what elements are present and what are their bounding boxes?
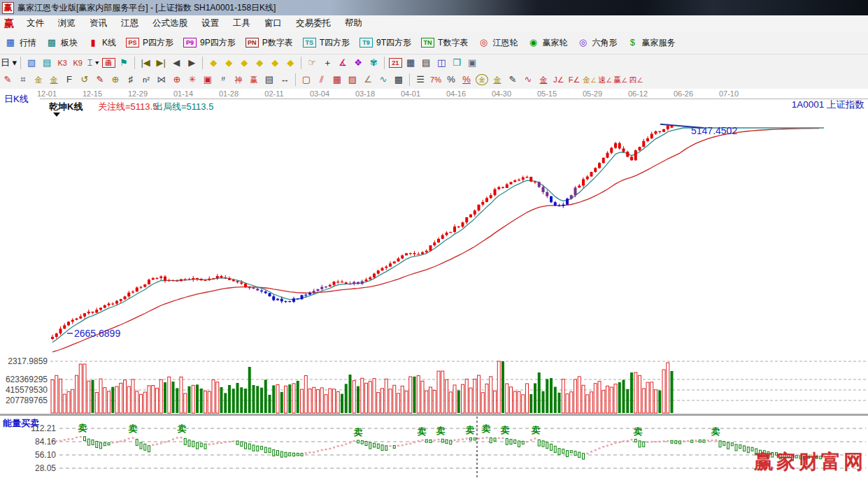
pen-red-button[interactable]: ✎ — [1, 73, 15, 87]
percent-button[interactable]: % — [444, 73, 458, 87]
t-number-table-button[interactable]: TNT数字表 — [416, 36, 473, 50]
step-forward-button[interactable]: ▶ — [185, 56, 199, 70]
kline-small-3-button[interactable]: K3 — [55, 56, 69, 70]
menu-交易委托[interactable]: 交易委托 — [289, 15, 338, 31]
target-red-button[interactable]: ⊕ — [170, 73, 184, 87]
m-lines-button[interactable]: 〃 — [216, 73, 230, 87]
web-red-button[interactable]: ✳ — [185, 73, 199, 87]
calculator-button[interactable]: ▦ — [404, 56, 418, 70]
kline-single-dropdown-button[interactable]: ⌶ ▾ — [86, 56, 100, 70]
chart-area[interactable]: 卖卖卖卖卖卖卖卖卖卖卖卖12-0112-1512-2901-1401-2802-… — [0, 89, 868, 478]
f-line-button[interactable]: F — [62, 73, 76, 87]
n-square-button[interactable]: n² — [139, 73, 153, 87]
circle-gann-button[interactable]: ⊕ — [108, 73, 122, 87]
region-zoom-button[interactable]: ▧ — [24, 56, 38, 70]
menu-工具[interactable]: 工具 — [226, 15, 257, 31]
percent-7-button[interactable]: 7% — [429, 73, 443, 87]
diamond-collapse-h-button[interactable]: ◆ — [252, 56, 266, 70]
grid-horizontal-button[interactable]: ⌗ — [16, 73, 30, 87]
info-board-button[interactable]: ▤ — [40, 56, 54, 70]
scale-steps-button[interactable]: ☰ — [413, 73, 427, 87]
hexagon-button[interactable]: ◎六角形 — [572, 36, 622, 50]
wave-analysis-button[interactable]: ✾ — [367, 56, 380, 70]
grid-box-button[interactable]: ▦ — [330, 73, 344, 87]
drag-hand-button[interactable]: ☞ — [305, 56, 319, 70]
diamond-expand-all-button[interactable]: ◆ — [268, 56, 282, 70]
angle-draw-button[interactable]: ∠ — [361, 73, 375, 87]
diamond-collapse-all-button[interactable]: ◆ — [283, 56, 297, 70]
diamond-shift-right-button[interactable]: ◆ — [222, 56, 236, 70]
diamond-collapse-h-icon: ◆ — [254, 57, 265, 68]
angle-measure-button[interactable]: ∡ — [336, 56, 350, 70]
god-line-button[interactable]: 神 — [232, 73, 246, 87]
kline-button[interactable]: ▮K线 — [83, 36, 121, 50]
percent-line-button[interactable]: % — [460, 73, 474, 87]
color-flag-button[interactable]: ⚑ — [117, 56, 131, 70]
angle-f-button[interactable]: F∠ — [567, 73, 581, 87]
menu-公式选股[interactable]: 公式选股 — [145, 15, 194, 31]
crosshair-button[interactable]: ＋ — [320, 56, 334, 70]
memo-button[interactable]: ▤ — [419, 56, 433, 70]
kline-chart-svg[interactable]: 卖卖卖卖卖卖卖卖卖卖卖卖12-0112-1512-2901-1401-2802-… — [0, 89, 868, 478]
p-square-button[interactable]: PSP四方形 — [121, 36, 178, 50]
menu-资讯[interactable]: 资讯 — [83, 15, 114, 31]
formula-editor-icon: 函 — [102, 58, 115, 68]
gold-line-1-button[interactable]: 金 — [31, 73, 45, 87]
t9-square-button[interactable]: T99T四方形 — [355, 36, 416, 50]
menu-浏览[interactable]: 浏览 — [51, 15, 83, 31]
gold-circle-button[interactable]: 金 — [475, 73, 489, 87]
fan-lines-button[interactable]: ⫽ — [315, 73, 329, 87]
p9-square-button[interactable]: P99P四方形 — [178, 36, 241, 50]
angle-win-button[interactable]: 赢∠ — [613, 73, 627, 87]
gold-line-2-button[interactable]: 金 — [47, 73, 61, 87]
menu-设置[interactable]: 设置 — [194, 15, 226, 31]
save-button[interactable]: ◫ — [434, 56, 448, 70]
angle-speed-button[interactable]: 速∠ — [598, 73, 612, 87]
menu-帮助[interactable]: 帮助 — [338, 15, 369, 31]
winner-service-button[interactable]: $赢家服务 — [622, 36, 680, 50]
p-number-table-button[interactable]: PNP数字表 — [241, 36, 298, 50]
ruler-123-button[interactable]: ▤ — [262, 73, 276, 87]
menu-窗口[interactable]: 窗口 — [257, 15, 289, 31]
kline-style-name[interactable]: 乾坤K线 — [49, 101, 83, 112]
mirror-angle-button[interactable]: ⋈ — [155, 73, 169, 87]
menu-文件[interactable]: 文件 — [20, 15, 51, 31]
print-button[interactable]: ▣ — [465, 56, 479, 70]
gann-shape-button[interactable]: ❖ — [351, 56, 365, 70]
gold-red-button[interactable]: 金 — [536, 73, 550, 87]
diagonal-box-button[interactable]: ▨ — [346, 73, 360, 87]
angle-four-button[interactable]: 四∠ — [629, 73, 643, 87]
winner-wheel-button[interactable]: ◉赢家轮 — [522, 36, 572, 50]
kline-style-dropdown-arrow[interactable] — [53, 113, 60, 117]
calendar-button[interactable]: 21 — [388, 56, 402, 70]
gold-underline-button[interactable]: 金 — [490, 73, 504, 87]
jump-first-button[interactable]: |◀ — [138, 56, 152, 70]
step-back-button[interactable]: ◀ — [169, 56, 183, 70]
quote-table-button[interactable]: ▦行情 — [0, 36, 41, 50]
angle-j-button[interactable]: J∠ — [552, 73, 566, 87]
pen-red-2-button[interactable]: ✎ — [93, 73, 107, 87]
angle-gold-button[interactable]: 金∠ — [583, 73, 597, 87]
jump-last-button[interactable]: ▶| — [154, 56, 168, 70]
formula-editor-button[interactable]: 函 — [101, 56, 115, 70]
grid-dark-button[interactable]: ▩ — [392, 73, 406, 87]
wave-draw-button[interactable]: ∿ — [376, 73, 390, 87]
diamond-expand-h-button[interactable]: ◆ — [237, 56, 251, 70]
pen-ink-button[interactable]: ✎ — [506, 73, 520, 87]
sector-blocks-button[interactable]: ▩板块 — [41, 36, 83, 50]
square-spiral-button[interactable]: ▣ — [201, 73, 215, 87]
web-export-button[interactable]: ❒ — [450, 56, 464, 70]
win-line-button[interactable]: 赢 — [247, 73, 261, 87]
width-arrows-button[interactable]: ↔ — [278, 73, 292, 87]
web-export-icon: ❒ — [451, 57, 462, 68]
wave-a-button[interactable]: ∿ — [521, 73, 535, 87]
box-tool-button[interactable]: ▢ — [299, 73, 313, 87]
diamond-shift-left-button[interactable]: ◆ — [206, 56, 220, 70]
kline-small-9-button[interactable]: K9 — [71, 56, 85, 70]
gann-wheel-button[interactable]: ◎江恩轮 — [473, 36, 522, 50]
menu-江恩[interactable]: 江恩 — [114, 15, 145, 31]
t-square-button[interactable]: TST四方形 — [298, 36, 355, 50]
kline-style-dropdown-button[interactable]: 日 ▾ — [1, 56, 17, 70]
spiral-button[interactable]: ↺ — [78, 73, 92, 87]
hash-lines-button[interactable]: ♯ — [124, 73, 138, 87]
